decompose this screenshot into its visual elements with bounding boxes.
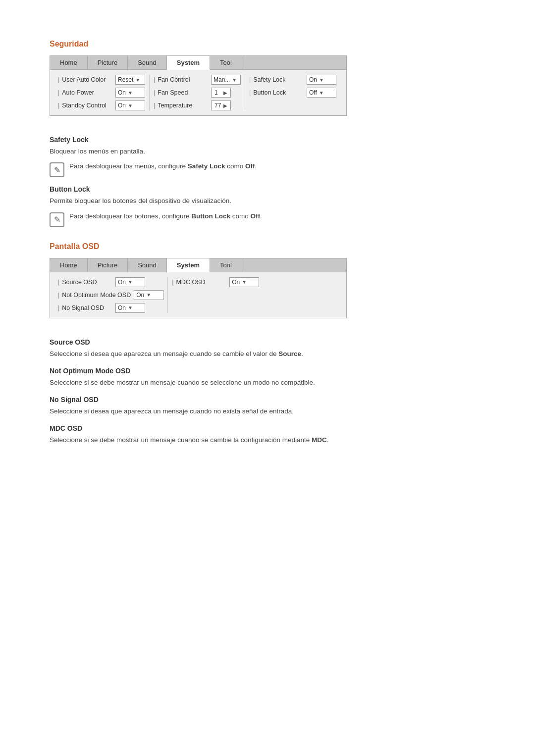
note-box: ✎Para desbloquear los botones, configure… — [50, 211, 485, 227]
row-label: Standby Control — [58, 102, 112, 109]
dropdown-arrow: ▼ — [232, 77, 237, 83]
tab-system[interactable]: System — [167, 258, 210, 272]
item-0: Safety LockBloquear los menús en pantall… — [50, 136, 485, 177]
select-value: On — [118, 102, 126, 109]
select-control[interactable]: Reset▼ — [115, 75, 145, 85]
select-control[interactable]: On▼ — [115, 88, 145, 98]
panel-column-0: Source OSDOn▼Not Optimum Mode OSDOn▼No S… — [54, 277, 168, 313]
row-label: User Auto Color — [58, 76, 112, 83]
row-label: Fan Speed — [154, 89, 208, 96]
body-text: Seleccione si se debe mostrar un mensaje… — [50, 378, 485, 388]
body-text: Seleccione si desea que aparezca un mens… — [50, 406, 485, 416]
panel-row: Source OSDOn▼ — [58, 277, 163, 287]
body-text: Seleccione si desea que aparezca un mens… — [50, 349, 485, 359]
row-label: Auto Power — [58, 89, 112, 96]
select-value: Man... — [214, 76, 230, 83]
dropdown-arrow: ▼ — [128, 279, 133, 285]
panel-seguridad: HomePictureSoundSystemToolUser Auto Colo… — [50, 55, 347, 116]
sub-heading: Safety Lock — [50, 136, 485, 144]
item-2: No Signal OSDSeleccione si desea que apa… — [50, 396, 485, 416]
section-title-pantalla-osd: Pantalla OSD — [50, 242, 485, 251]
select-control[interactable]: On▼ — [115, 277, 145, 287]
nav-arrow-icon: ▶ — [223, 103, 227, 108]
tab-tool[interactable]: Tool — [210, 56, 242, 69]
row-label: Source OSD — [58, 279, 112, 286]
select-control[interactable]: On▼ — [134, 290, 163, 300]
item-1: Not Optimum Mode OSDSeleccione si se deb… — [50, 367, 485, 388]
panel-row: No Signal OSDOn▼ — [58, 303, 163, 313]
dropdown-arrow: ▼ — [135, 77, 140, 83]
panel-row: Safety LockOn▼ — [249, 75, 336, 85]
note-box: ✎Para desbloquear los menús, configure S… — [50, 161, 485, 177]
tab-picture[interactable]: Picture — [88, 258, 128, 272]
item-3: MDC OSDSeleccione si se debe mostrar un … — [50, 424, 485, 445]
select-control[interactable]: On▼ — [115, 303, 145, 313]
dropdown-arrow: ▼ — [242, 279, 247, 285]
sub-heading: Button Lock — [50, 185, 485, 193]
nav-control[interactable]: 77▶ — [211, 101, 231, 110]
row-label: Not Optimum Mode OSD — [58, 292, 131, 299]
row-label: Temperature — [154, 102, 208, 109]
body-text: Permite bloquear los botones del disposi… — [50, 196, 485, 206]
select-value: On — [136, 292, 144, 299]
select-control[interactable]: Man...▼ — [211, 75, 241, 85]
panel-row: Button LockOff▼ — [249, 88, 336, 98]
row-label: No Signal OSD — [58, 304, 112, 311]
nav-control[interactable]: 1▶ — [211, 88, 231, 98]
select-value: Reset — [118, 76, 133, 83]
panel-row: Not Optimum Mode OSDOn▼ — [58, 290, 163, 300]
nav-value: 77 — [214, 102, 221, 109]
panel-row: Standby ControlOn▼ — [58, 101, 145, 110]
tab-sound[interactable]: Sound — [128, 56, 167, 69]
sub-heading: Source OSD — [50, 338, 485, 346]
dropdown-arrow: ▼ — [128, 305, 133, 310]
panel-column-2: Safety LockOn▼Button LockOff▼ — [245, 75, 340, 110]
tab-bar: HomePictureSoundSystemTool — [50, 56, 346, 70]
panel-row: Temperature77▶ — [154, 101, 241, 110]
tab-tool[interactable]: Tool — [210, 258, 242, 272]
panel-pantalla-osd: HomePictureSoundSystemToolSource OSDOn▼N… — [50, 258, 347, 318]
select-value: On — [309, 76, 317, 83]
dropdown-arrow: ▼ — [146, 292, 151, 298]
sub-heading: No Signal OSD — [50, 396, 485, 403]
tab-home[interactable]: Home — [50, 258, 88, 272]
select-value: Off — [309, 89, 317, 96]
tab-home[interactable]: Home — [50, 56, 88, 69]
select-value: On — [118, 279, 126, 286]
row-label: Fan Control — [154, 76, 208, 83]
panel-body: Source OSDOn▼Not Optimum Mode OSDOn▼No S… — [50, 272, 346, 318]
select-value: On — [118, 89, 126, 96]
dropdown-arrow: ▼ — [128, 103, 133, 108]
section-seguridad: SeguridadHomePictureSoundSystemToolUser … — [50, 40, 485, 227]
section-pantalla-osd: Pantalla OSDHomePictureSoundSystemToolSo… — [50, 242, 485, 446]
panel-row: Fan ControlMan...▼ — [154, 75, 241, 85]
tab-picture[interactable]: Picture — [88, 56, 128, 69]
body-text: Bloquear los menús en pantalla. — [50, 147, 485, 156]
sub-heading: Not Optimum Mode OSD — [50, 367, 485, 375]
row-label: MDC OSD — [172, 279, 226, 286]
note-text: Para desbloquear los menús, configure Sa… — [69, 161, 257, 171]
select-control[interactable]: On▼ — [115, 101, 145, 110]
sub-heading: MDC OSD — [50, 424, 485, 432]
panel-body: User Auto ColorReset▼Auto PowerOn▼Standb… — [50, 70, 346, 115]
section-title-seguridad: Seguridad — [50, 40, 485, 49]
panel-row: User Auto ColorReset▼ — [58, 75, 145, 85]
select-control[interactable]: On▼ — [307, 75, 336, 85]
select-control[interactable]: On▼ — [229, 277, 259, 287]
select-control[interactable]: Off▼ — [307, 88, 336, 98]
select-value: On — [232, 279, 240, 286]
panel-column-1: MDC OSDOn▼ — [168, 277, 263, 313]
panel-column-1: Fan ControlMan...▼Fan Speed1▶Temperature… — [150, 75, 245, 110]
note-icon: ✎ — [50, 212, 64, 227]
note-icon: ✎ — [50, 162, 64, 177]
note-text: Para desbloquear los botones, configure … — [69, 211, 262, 221]
item-1: Button LockPermite bloquear los botones … — [50, 185, 485, 227]
tab-system[interactable]: System — [167, 56, 210, 70]
row-label: Safety Lock — [249, 76, 304, 83]
body-text: Seleccione si se debe mostrar un mensaje… — [50, 435, 485, 445]
dropdown-arrow: ▼ — [319, 77, 324, 83]
nav-arrow-icon: ▶ — [223, 90, 227, 96]
tab-sound[interactable]: Sound — [128, 258, 167, 272]
nav-value: 1 — [214, 89, 218, 96]
tab-bar: HomePictureSoundSystemTool — [50, 258, 346, 272]
